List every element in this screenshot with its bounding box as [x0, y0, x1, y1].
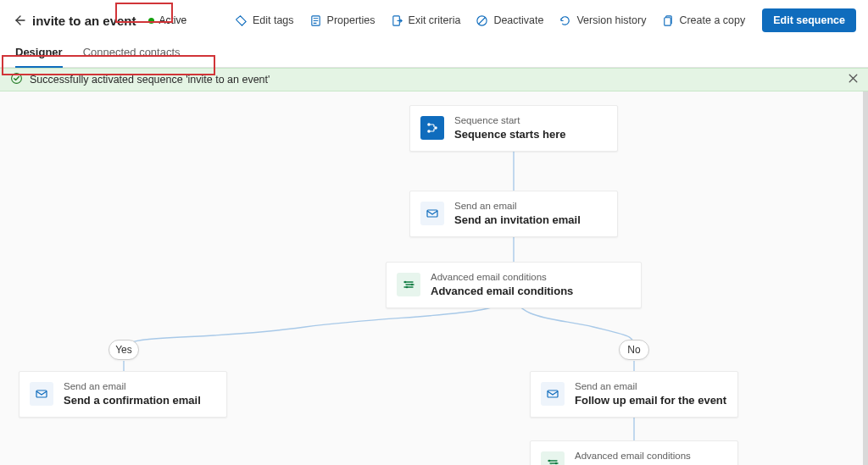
banner-close-button[interactable] — [847, 72, 860, 87]
node-send-invitation-email[interactable]: Send an email Send an invitation email — [409, 191, 618, 237]
properties-button[interactable]: Properties — [308, 11, 377, 30]
svg-rect-13 — [427, 210, 437, 217]
node-label: Send an email — [575, 380, 726, 392]
start-icon — [420, 116, 444, 140]
conditions-icon — [397, 273, 420, 296]
branch-no-badge: No — [619, 340, 649, 360]
mail-icon — [420, 202, 444, 225]
node-label: Send an email — [454, 200, 581, 212]
svg-point-16 — [406, 286, 409, 289]
svg-rect-3 — [665, 17, 671, 25]
node-label: Advanced email conditions — [431, 271, 573, 283]
branch-yes-badge: Yes — [108, 340, 139, 360]
tab-connected-contacts[interactable]: Connected contacts — [83, 39, 181, 67]
node-label: Send an email — [64, 380, 201, 392]
deactivate-button[interactable]: Deactivate — [474, 11, 545, 30]
node-title: Sequence starts here — [454, 128, 566, 141]
node-sequence-start[interactable]: Sequence start Sequence starts here — [409, 105, 618, 152]
edit-tags-button[interactable]: Edit tags — [233, 11, 296, 30]
svg-point-19 — [548, 460, 551, 462]
svg-point-11 — [427, 130, 431, 134]
status-text: Active — [159, 14, 187, 26]
mail-icon — [30, 382, 53, 406]
conditions-icon — [541, 451, 565, 465]
banner-message: Successfully activated sequence 'invite … — [30, 74, 270, 86]
svg-point-20 — [555, 462, 558, 465]
node-label: Advanced email conditions — [575, 450, 717, 462]
svg-point-4 — [12, 74, 22, 84]
node-title: Follow up email for the event — [575, 394, 726, 407]
version-history-button[interactable]: Version history — [557, 11, 648, 30]
node-followup-email[interactable]: Send an email Follow up email for the ev… — [530, 371, 738, 418]
node-title: Send a confirmation email — [64, 394, 201, 407]
mail-icon — [541, 382, 565, 406]
edit-sequence-button[interactable]: Edit sequence — [762, 8, 856, 32]
status-dot-icon — [148, 18, 154, 24]
node-label: Sequence start — [454, 114, 566, 126]
designer-canvas[interactable]: Sequence start Sequence starts here Send… — [0, 91, 863, 465]
back-button[interactable] — [12, 14, 25, 27]
node-title: Advanced email conditions — [431, 285, 573, 298]
node-advanced-conditions-2[interactable]: Advanced email conditions Advanced email… — [530, 440, 738, 465]
node-advanced-conditions-1[interactable]: Advanced email conditions Advanced email… — [386, 262, 642, 308]
svg-rect-18 — [548, 390, 558, 397]
exit-criteria-button[interactable]: Exit criteria — [389, 11, 463, 30]
svg-point-10 — [427, 124, 431, 127]
svg-point-15 — [411, 284, 414, 286]
node-send-confirmation-email[interactable]: Send an email Send a confirmation email — [19, 371, 227, 418]
status-badge: Active — [147, 14, 194, 27]
page-title: invite to an event — [32, 14, 136, 28]
success-icon — [10, 72, 23, 87]
tab-designer[interactable]: Designer — [15, 39, 63, 67]
create-copy-button[interactable]: Create a copy — [659, 11, 747, 30]
svg-rect-17 — [36, 390, 47, 397]
svg-point-14 — [404, 281, 407, 284]
node-title: Send an invitation email — [454, 213, 581, 227]
svg-point-12 — [434, 127, 437, 130]
